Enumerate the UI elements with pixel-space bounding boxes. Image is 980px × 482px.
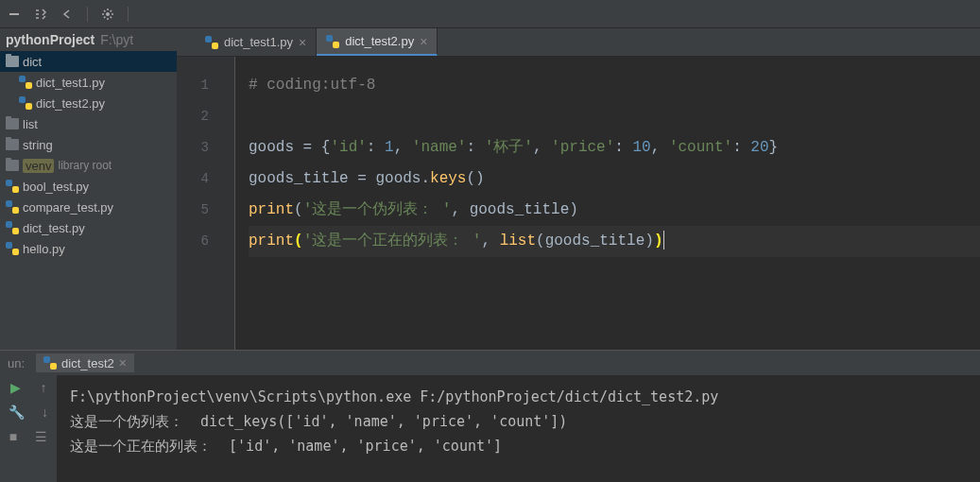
project-tree: dictdict_test1.pydict_test2.pyliststring…: [0, 51, 177, 350]
folder-icon: [6, 56, 19, 67]
tree-item[interactable]: dict_test1.py: [0, 72, 177, 93]
project-name: pythonProject: [6, 32, 95, 47]
close-icon[interactable]: ×: [119, 355, 127, 370]
tree-item[interactable]: string: [0, 134, 177, 155]
fold-column: [222, 57, 235, 350]
editor[interactable]: 123456 # coding:utf-8 goods = {'id': 1, …: [177, 57, 980, 350]
close-icon[interactable]: ×: [299, 35, 306, 50]
tree-item-label: hello.py: [23, 242, 65, 256]
tree-item-label: string: [23, 138, 53, 152]
top-toolbar: [0, 0, 980, 28]
tree-item-hint: library root: [58, 159, 112, 172]
python-icon: [6, 180, 19, 193]
gutter: 123456: [177, 57, 222, 350]
editor-tab[interactable]: dict_test2.py×: [317, 28, 438, 56]
project-sidebar: pythonProject F:\pyt dictdict_test1.pydi…: [0, 28, 177, 350]
code[interactable]: # coding:utf-8 goods = {'id': 1, 'name':…: [235, 57, 980, 350]
back-icon[interactable]: [60, 8, 74, 21]
play-icon[interactable]: ▶: [10, 380, 21, 395]
project-path: F:\pyt: [100, 32, 133, 47]
python-icon: [6, 200, 19, 214]
tree-item[interactable]: bool_test.py: [0, 176, 177, 197]
tab-label: dict_test2.py: [345, 34, 414, 48]
editor-area: dict_test1.py×dict_test2.py× 123456 # co…: [177, 28, 980, 350]
run-tab-label: dict_test2: [61, 356, 114, 370]
svg-rect-0: [9, 13, 19, 15]
run-sidebar: ▶↑ 🔧↓ ■☰: [0, 375, 57, 482]
tree-item-label: dict: [23, 55, 42, 69]
python-icon: [205, 36, 218, 49]
expand-icon[interactable]: [34, 8, 47, 21]
folder-icon: [6, 160, 19, 171]
tree-item[interactable]: list: [0, 113, 177, 134]
close-icon[interactable]: ×: [420, 34, 427, 49]
folder-icon: [6, 118, 19, 129]
folder-icon: [6, 139, 19, 150]
separator: [128, 7, 129, 22]
menu-icon[interactable]: ☰: [35, 429, 47, 444]
tree-item-label: dict_test1.py: [36, 76, 105, 90]
gear-icon[interactable]: [101, 8, 114, 21]
tree-item[interactable]: dict_test2.py: [0, 93, 177, 113]
run-panel: un: dict_test2 × ▶↑ 🔧↓ ■☰ F:\pythonProje…: [0, 350, 980, 482]
stop-icon[interactable]: ■: [9, 429, 17, 444]
tree-item[interactable]: dict_test.py: [0, 217, 177, 238]
down-arrow-icon[interactable]: ↓: [42, 405, 48, 420]
breadcrumb[interactable]: pythonProject F:\pyt: [0, 28, 177, 51]
python-icon: [6, 221, 19, 234]
comment: # coding:utf-8: [249, 77, 375, 94]
tree-item-label: dict_test2.py: [36, 96, 105, 111]
svg-point-1: [106, 12, 110, 16]
tree-item-label: venv: [23, 159, 54, 173]
console-output[interactable]: F:\pythonProject\venv\Scripts\python.exe…: [57, 375, 980, 482]
tree-item-label: bool_test.py: [23, 180, 89, 194]
tab-label: dict_test1.py: [224, 35, 293, 49]
run-tabs: un: dict_test2 ×: [0, 351, 980, 375]
python-icon: [6, 242, 19, 255]
cursor: [663, 231, 664, 250]
minus-icon[interactable]: [8, 8, 21, 21]
tree-item[interactable]: hello.py: [0, 238, 177, 259]
python-icon: [19, 76, 32, 89]
python-icon: [326, 35, 339, 48]
python-icon: [19, 96, 32, 110]
tree-item-label: dict_test.py: [23, 221, 85, 235]
tree-item[interactable]: dict: [0, 51, 177, 72]
run-title: un:: [8, 356, 25, 370]
editor-tab[interactable]: dict_test1.py×: [196, 28, 317, 56]
up-arrow-icon[interactable]: ↑: [41, 380, 47, 395]
editor-tabs: dict_test1.py×dict_test2.py×: [177, 28, 980, 57]
python-icon: [43, 356, 57, 370]
tree-item[interactable]: compare_test.py: [0, 197, 177, 217]
tree-item-label: list: [23, 117, 38, 131]
run-tab[interactable]: dict_test2 ×: [36, 353, 134, 372]
tree-item[interactable]: venv library root: [0, 155, 177, 176]
separator: [87, 7, 88, 22]
tree-item-label: compare_test.py: [23, 200, 113, 215]
wrench-icon[interactable]: 🔧: [9, 405, 25, 420]
